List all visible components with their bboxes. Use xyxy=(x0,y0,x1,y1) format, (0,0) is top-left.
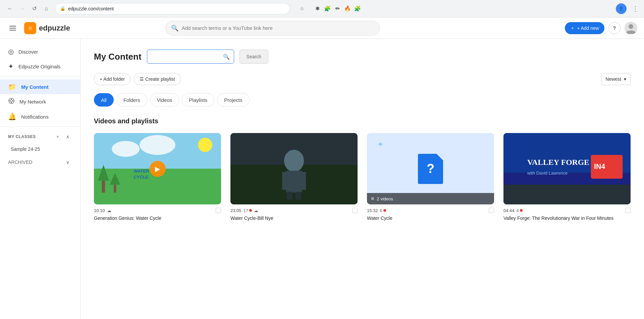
sidebar-divider-1 xyxy=(0,76,80,77)
filter-tab-projects[interactable]: Projects xyxy=(217,93,249,107)
folder-icon: 📁 xyxy=(8,83,16,91)
sidebar-item-discover[interactable]: ◎ Discover xyxy=(0,44,80,59)
sidebar-item-my-network[interactable]: My Network xyxy=(0,94,80,109)
help-icon: ? xyxy=(613,25,616,31)
question-dot xyxy=(520,209,523,212)
video-card-bill-nye[interactable]: 23:05 17 ☁ Water Cycle-Bill Nye xyxy=(230,133,358,222)
help-button[interactable]: ? xyxy=(608,22,621,34)
video-checkbox[interactable] xyxy=(625,208,631,213)
global-search-box[interactable]: 🔍 xyxy=(165,21,380,36)
svg-point-14 xyxy=(140,135,175,155)
add-new-button[interactable]: ＋ + Add new xyxy=(565,22,604,34)
svg-point-9 xyxy=(9,100,11,102)
filter-tab-all[interactable]: All xyxy=(94,93,114,107)
video-title-playlist: Water Cycle xyxy=(367,215,494,222)
filter-tab-playlists[interactable]: Playlists xyxy=(182,93,214,107)
content-header: My Content 🔍 Search xyxy=(94,50,631,64)
ext-snowflake[interactable]: ❄ xyxy=(313,4,322,13)
sidebar-discover-label: Discover xyxy=(18,49,38,55)
sidebar-item-notifications[interactable]: 🔔 Notifications xyxy=(0,109,80,124)
sort-dropdown[interactable]: Newest ▾ xyxy=(601,73,631,85)
duration: 10:10 xyxy=(94,208,105,213)
svg-rect-32 xyxy=(503,185,631,204)
playlist-thumbnail: ✦ ? ≡ 2 videos xyxy=(367,133,494,204)
playlist-overlay: ≡ 2 videos xyxy=(367,193,494,204)
add-folder-button[interactable]: + Add folder xyxy=(94,73,130,85)
bell-icon: 🔔 xyxy=(8,113,16,121)
svg-point-17 xyxy=(198,138,212,152)
sidebar-archived-section[interactable]: ARCHIVED ∨ xyxy=(0,154,80,170)
video-thumbnail-water-cycle-genius: WATER CYCLE ▶ xyxy=(94,133,221,204)
video-meta-bill-nye: 23:05 17 ☁ xyxy=(230,208,358,213)
svg-rect-18 xyxy=(102,181,105,193)
video-card-valley-forge[interactable]: VALLEY FORGE IN4 with David Lawrence 04:… xyxy=(503,133,631,222)
sort-label: Newest xyxy=(605,76,621,82)
svg-text:CYCLE: CYCLE xyxy=(133,175,148,180)
logo[interactable]: edpuzzle xyxy=(24,22,70,34)
question-number: 4 xyxy=(517,208,519,213)
video-card-water-cycle-genius[interactable]: WATER CYCLE ▶ 10:10 xyxy=(94,133,221,222)
toolbar-left: + Add folder ☰ Create playlist xyxy=(94,73,181,85)
content-toolbar: + Add folder ☰ Create playlist Newest ▾ xyxy=(94,73,631,85)
ext-extensions[interactable]: 🧩 xyxy=(353,4,362,13)
content-search-input[interactable] xyxy=(151,54,220,59)
duration: 15:32 xyxy=(367,208,378,213)
extension-icons: ❄ 🧩 ✏ 🔥 🧩 xyxy=(313,4,362,13)
browser-bar: ← → ↺ ⌂ 🔒 edpuzzle.com/content ☆ ❄ 🧩 ✏ 🔥… xyxy=(0,0,644,17)
video-checkbox[interactable] xyxy=(352,208,358,213)
global-search-input[interactable] xyxy=(182,25,374,31)
lock-icon: 🔒 xyxy=(60,6,65,11)
svg-point-8 xyxy=(11,102,12,103)
filter-tab-videos[interactable]: Videos xyxy=(150,93,179,107)
expand-archived-button[interactable]: ∨ xyxy=(63,158,72,167)
hamburger-button[interactable] xyxy=(7,22,19,34)
forward-button[interactable]: → xyxy=(17,4,27,13)
sidebar-item-my-content[interactable]: 📁 My Content xyxy=(0,79,80,94)
main-content: My Content 🔍 Search + Add folder ☰ Creat… xyxy=(80,39,644,319)
svg-rect-25 xyxy=(286,171,302,193)
svg-text:WATER: WATER xyxy=(133,169,149,174)
svg-text:with David Lawrence: with David Lawrence xyxy=(527,171,568,176)
content-search-box[interactable]: 🔍 xyxy=(147,50,234,64)
profile-icon[interactable]: 👤 xyxy=(616,3,627,14)
back-button[interactable]: ← xyxy=(5,4,15,13)
user-avatar[interactable] xyxy=(625,22,637,35)
browser-menu-button[interactable]: ⋮ xyxy=(632,5,639,13)
sidebar-divider-2 xyxy=(0,127,80,127)
sort-arrow-icon: ▾ xyxy=(624,76,626,82)
video-checkbox[interactable] xyxy=(489,208,494,213)
page-title: My Content xyxy=(94,52,142,62)
logo-text: edpuzzle xyxy=(39,24,70,33)
add-class-button[interactable]: ＋ xyxy=(53,132,62,141)
svg-rect-28 xyxy=(287,192,292,200)
sidebar-class-sample[interactable]: Sample 24-25 xyxy=(0,144,80,154)
svg-point-5 xyxy=(629,24,633,29)
bookmark-button[interactable]: ☆ xyxy=(297,3,307,14)
add-new-label: + Add new xyxy=(577,25,599,31)
video-grid: WATER CYCLE ▶ 10:10 xyxy=(94,133,631,222)
browser-nav-buttons: ← → ↺ ⌂ xyxy=(5,4,51,13)
address-bar[interactable]: 🔒 edpuzzle.com/content xyxy=(55,3,290,14)
svg-point-7 xyxy=(11,99,12,100)
sidebar-notifications-label: Notifications xyxy=(21,114,49,120)
video-card-water-cycle-playlist[interactable]: ✦ ? ≡ 2 videos xyxy=(367,133,494,222)
ext-pen[interactable]: ✏ xyxy=(333,4,342,13)
my-classes-section-header[interactable]: MY CLASSES ＋ ∧ xyxy=(0,130,80,144)
video-title-valley-forge: Valley Forge: The Revolutionary War in F… xyxy=(503,215,631,222)
app-layout: ◎ Discover ✦ Edpuzzle Originals 📁 My Con… xyxy=(0,39,644,319)
ext-fire[interactable]: 🔥 xyxy=(343,4,352,13)
reload-button[interactable]: ↺ xyxy=(30,4,39,13)
question-count: 17 xyxy=(244,208,252,213)
svg-rect-27 xyxy=(301,172,306,190)
video-checkbox[interactable] xyxy=(216,208,221,213)
create-playlist-button[interactable]: ☰ Create playlist xyxy=(134,73,181,85)
question-count: 6 xyxy=(380,208,386,213)
collapse-classes-button[interactable]: ∧ xyxy=(63,132,72,141)
question-dot xyxy=(383,209,386,212)
sidebar-item-originals[interactable]: ✦ Edpuzzle Originals xyxy=(0,59,80,74)
filter-tab-folders[interactable]: Folders xyxy=(116,93,147,107)
search-button[interactable]: Search xyxy=(239,50,268,64)
svg-point-10 xyxy=(12,100,13,102)
ext-puzzle[interactable]: 🧩 xyxy=(323,4,332,13)
home-button[interactable]: ⌂ xyxy=(42,4,51,13)
